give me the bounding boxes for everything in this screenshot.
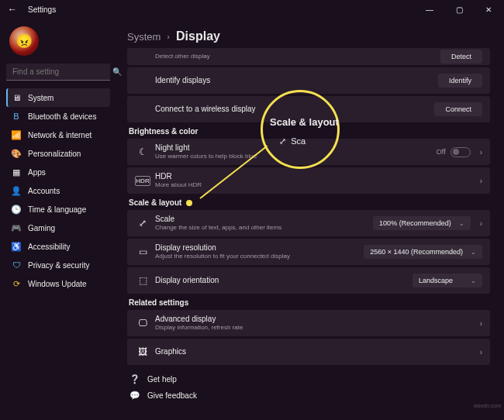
identify-button[interactable]: Identify	[438, 74, 482, 88]
section-related-settings: Related settings	[129, 298, 490, 307]
section-brightness-color: Brightness & color	[129, 127, 490, 136]
link-label: Give feedback	[147, 391, 197, 400]
chevron-down-icon: ⌄	[471, 249, 476, 256]
chevron-down-icon: ⌄	[459, 220, 464, 227]
back-button[interactable]: ←	[5, 4, 20, 15]
row-subtitle: Change the size of text, apps, and other…	[155, 224, 373, 232]
scale-dropdown[interactable]: 100% (Recommended) ⌄	[373, 216, 471, 230]
nightlight-toggle[interactable]	[450, 147, 471, 157]
avatar[interactable]: 😠	[9, 26, 39, 56]
row-title: Advanced display	[155, 315, 475, 324]
graphics-icon: 🖼	[135, 346, 150, 357]
sidebar-item-gaming[interactable]: 🎮 Gaming	[6, 219, 110, 237]
row-subtitle: More about HDR	[155, 181, 475, 189]
scale-icon: ⤢	[135, 218, 150, 229]
chevron-right-icon: ›	[167, 32, 170, 41]
hdr-icon: HDR	[135, 176, 150, 186]
paint-icon: 🎨	[11, 149, 22, 159]
sidebar-item-label: Apps	[28, 168, 46, 177]
link-get-help[interactable]: ❔ Get help	[127, 371, 490, 387]
row-resolution[interactable]: ▭ Display resolution Adjust the resoluti…	[127, 239, 490, 265]
row-title: Scale	[155, 215, 373, 224]
toggle-label: Off	[437, 148, 446, 156]
minimize-button[interactable]: —	[419, 2, 440, 17]
orientation-dropdown[interactable]: Landscape ⌄	[413, 274, 482, 287]
sidebar-item-personalization[interactable]: 🎨 Personalization	[6, 144, 110, 163]
sidebar-item-accessibility[interactable]: ♿ Accessibility	[6, 237, 110, 256]
accessibility-icon: ♿	[11, 242, 22, 252]
sidebar-item-label: Bluetooth & devices	[28, 112, 96, 121]
help-links: ❔ Get help 💬 Give feedback	[127, 371, 490, 404]
chevron-right-icon: ›	[475, 319, 482, 328]
sidebar-item-accounts[interactable]: 👤 Accounts	[6, 181, 110, 200]
row-subtitle: Display information, refresh rate	[155, 324, 475, 332]
row-graphics[interactable]: 🖼 Graphics ›	[127, 339, 490, 365]
clock-icon: 🕒	[11, 205, 22, 215]
breadcrumb-system[interactable]: System	[127, 31, 161, 43]
row-scale[interactable]: ⤢ Scale Change the size of text, apps, a…	[127, 210, 490, 236]
orientation-icon: ⬚	[135, 275, 150, 286]
sidebar-item-time[interactable]: 🕒 Time & language	[6, 200, 110, 219]
row-hdr[interactable]: HDR HDR More about HDR ›	[127, 167, 490, 194]
chevron-down-icon: ⌄	[471, 277, 476, 284]
section-scale-layout-label: Scale & layout	[129, 198, 181, 207]
row-title: Display resolution	[155, 243, 364, 253]
row-identify-displays[interactable]: Identify displays Identify	[127, 67, 490, 94]
resolution-dropdown[interactable]: 2560 × 1440 (Recommended) ⌄	[364, 245, 482, 259]
row-title: Detect other display	[155, 53, 440, 60]
sidebar-nav: 🖥 System B Bluetooth & devices 📶 Network…	[6, 88, 110, 293]
row-title: Connect to a wireless display	[155, 105, 434, 114]
callout-dot	[186, 200, 192, 206]
chevron-right-icon: ›	[475, 177, 482, 185]
row-title: Graphics	[155, 347, 475, 356]
window-title: Settings	[28, 5, 56, 14]
monitor-icon: 🖵	[135, 318, 150, 329]
row-advanced-display[interactable]: 🖵 Advanced display Display information, …	[127, 310, 490, 336]
chevron-right-icon: ›	[475, 348, 482, 356]
apps-icon: ▦	[11, 167, 22, 177]
close-button[interactable]: ✕	[478, 2, 499, 17]
connect-button[interactable]: Connect	[434, 102, 482, 116]
system-icon: 🖥	[11, 93, 22, 102]
sidebar-item-label: System	[28, 94, 54, 102]
sidebar-item-bluetooth[interactable]: B Bluetooth & devices	[6, 107, 110, 126]
dropdown-value: Landscape	[419, 277, 453, 284]
row-night-light[interactable]: ☾ Night light Use warmer colors to help …	[127, 139, 490, 165]
sidebar-item-update[interactable]: ⟳ Windows Update	[6, 274, 110, 293]
shield-icon: 🛡	[11, 260, 22, 270]
maximize-button[interactable]: ▢	[448, 2, 470, 17]
main-content: System › Display Detect other display De…	[116, 19, 504, 420]
sidebar: 😠 🔍 🖥 System B Bluetooth & devices 📶 Net…	[0, 19, 116, 420]
search-box[interactable]: 🔍	[6, 64, 110, 81]
wifi-icon: 📶	[11, 130, 22, 140]
link-give-feedback[interactable]: 💬 Give feedback	[127, 387, 490, 404]
row-orientation[interactable]: ⬚ Display orientation Landscape ⌄	[127, 267, 490, 294]
sidebar-item-network[interactable]: 📶 Network & internet	[6, 126, 110, 144]
row-detect-other-display[interactable]: Detect other display Detect	[127, 48, 490, 65]
nightlight-icon: ☾	[135, 146, 150, 157]
watermark: wsxdn.com	[474, 403, 501, 408]
sidebar-item-label: Personalization	[28, 150, 81, 158]
chevron-right-icon: ›	[475, 219, 482, 228]
row-subtitle: Use warmer colors to help block blue	[155, 153, 437, 160]
dropdown-value: 100% (Recommended)	[379, 219, 451, 227]
sidebar-item-label: Privacy & security	[28, 261, 89, 270]
sidebar-item-label: Network & internet	[28, 131, 91, 139]
page-title: Display	[176, 29, 220, 43]
accounts-icon: 👤	[11, 186, 22, 196]
detect-button[interactable]: Detect	[440, 50, 482, 64]
row-title: Night light	[155, 143, 437, 153]
row-subtitle: Adjust the resolution to fit your connec…	[155, 253, 364, 260]
gaming-icon: 🎮	[11, 223, 22, 233]
sidebar-item-apps[interactable]: ▦ Apps	[6, 163, 110, 181]
search-input[interactable]	[11, 67, 112, 77]
section-scale-layout: Scale & layout	[129, 198, 490, 207]
titlebar: ← Settings — ▢ ✕	[0, 0, 504, 19]
sidebar-item-privacy[interactable]: 🛡 Privacy & security	[6, 256, 110, 274]
bluetooth-icon: B	[11, 112, 22, 121]
dropdown-value: 2560 × 1440 (Recommended)	[370, 248, 463, 256]
sidebar-item-label: Windows Update	[28, 280, 87, 288]
sidebar-item-system[interactable]: 🖥 System	[6, 88, 110, 107]
chevron-right-icon: ›	[475, 148, 482, 157]
row-connect-wireless[interactable]: Connect to a wireless display Connect	[127, 96, 490, 122]
